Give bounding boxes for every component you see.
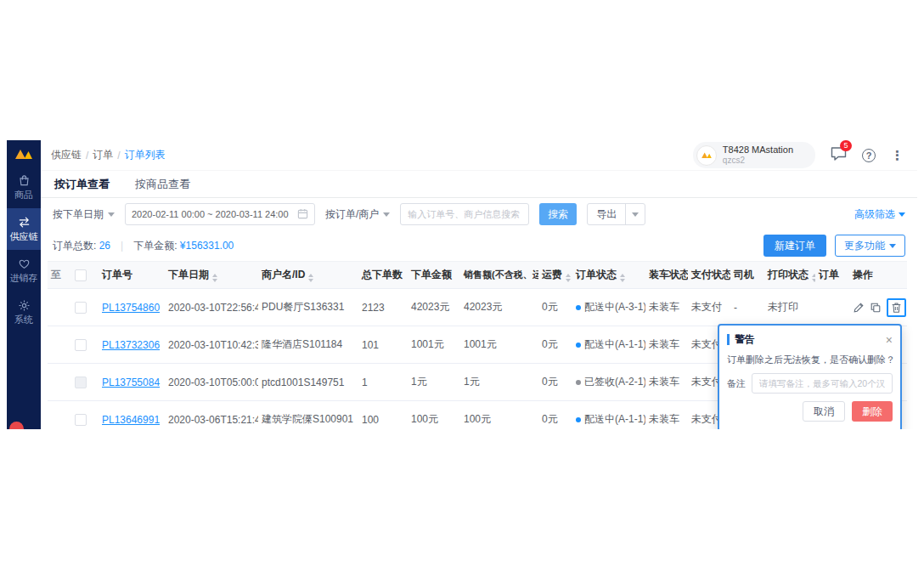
app-logo[interactable] [14,148,34,160]
order-amount-cell: 100元 [408,401,460,430]
more-menu-button[interactable]: ⋮ [891,149,904,161]
status-dot [576,417,581,422]
date-range-picker[interactable]: 2020-02-11 00:00 ~ 2020-03-11 24:00 [125,203,315,225]
avatar-logo-icon [701,151,713,159]
breadcrumb-supply-chain[interactable]: 供应链 [51,148,82,162]
delete-confirm-dialog: 警告 × 订单删除之后无法恢复，是否确认删除？ 备注 取消 删除 [718,324,902,429]
loading-status-cell: 未装车 [645,326,688,364]
delete-trash-icon[interactable] [887,298,906,317]
column-total-count: 总下单数 [358,262,408,289]
sales-amount-cell: 42023元 [460,289,538,326]
status-dot [576,305,581,310]
summary-bar: 订单总数: 26 | 下单金额: ¥156331.00 新建订单 更多功能 [41,230,917,261]
row-checkbox[interactable] [75,339,87,351]
row-checkbox[interactable] [75,377,87,388]
shipping-fee-cell: 0元 [538,326,572,364]
row-checkbox[interactable] [75,414,87,426]
order-date-cell: 2020-03-06T15:21:42 [165,401,258,430]
column-expand: 至 [48,262,71,289]
chevron-down-icon [108,212,115,217]
order-total-value: 26 [99,240,110,252]
cancel-button[interactable]: 取消 [803,401,845,422]
order-number-link[interactable]: PL13755084 [102,377,160,388]
sort-icon [620,274,625,282]
search-type-select[interactable]: 按订单/商户 [325,207,390,222]
order-amount-cell: 1001元 [408,326,460,364]
driver-cell: - [730,289,764,326]
select-all-checkbox[interactable] [75,269,87,281]
column-order-no: 订单号 [99,262,165,289]
column-order-date[interactable]: 下单日期 [165,262,258,289]
column-merchant[interactable]: 商户名/ID [258,262,358,289]
sort-icon [308,274,313,282]
column-shipping-fee[interactable]: 运费 [538,262,572,289]
help-button[interactable]: ? [862,149,876,162]
column-order-status[interactable]: 订单状态 [572,262,645,289]
order-date-cell: 2020-03-10T10:42:36 [165,326,258,364]
delete-button[interactable]: 删除 [852,401,893,422]
row-checkbox[interactable] [75,302,87,314]
export-button[interactable]: 导出 [587,203,645,225]
header-right: T8428 MAstation qzcs2 5 ? ⋮ [693,142,904,169]
tab-by-product[interactable]: 按商品查看 [135,177,190,192]
order-status-cell: 配送中(A-1-1) [572,401,645,430]
column-select-all [71,262,99,289]
user-name: T8428 MAstation [723,144,793,156]
order-amount-value: ¥156331.00 [180,240,234,252]
calendar-icon [297,208,308,221]
order-management-app: 商品 供应链 进销存 系统 供应链 / 订 [7,140,917,429]
copy-icon[interactable] [870,302,882,314]
status-text: 配送中(A-3-1) [584,300,645,314]
advanced-filter-link[interactable]: 高级筛选 [854,207,905,222]
shipping-fee-cell: 0元 [538,401,572,430]
column-order-amount: 下单金额 [408,262,460,289]
order-amount-label: 下单金额: [133,239,177,253]
sidebar-item-inventory[interactable]: 进销存 [7,250,41,292]
sidebar-item-products[interactable]: 商品 [7,167,41,208]
order-number-link[interactable]: PL13732306 [102,339,160,351]
more-functions-button[interactable]: 更多功能 [835,235,905,257]
sidebar-item-system[interactable]: 系统 [7,292,41,333]
new-order-button[interactable]: 新建订单 [763,235,826,257]
edit-icon[interactable] [853,302,865,314]
remark-input[interactable] [752,373,893,394]
sidebar-item-label: 供应链 [10,232,38,241]
tab-by-order[interactable]: 按订单查看 [54,177,110,192]
merchant-cell: 隆华酒店S101184 [258,326,358,364]
loading-status-cell: 未装车 [645,289,688,326]
remark-row: 备注 [727,373,893,394]
dialog-footer: 取消 删除 [727,401,893,422]
remark-label: 备注 [727,377,746,390]
date-type-select[interactable]: 按下单日期 [53,207,115,222]
search-input[interactable] [400,203,529,225]
sidebar-item-label: 系统 [14,315,33,325]
table-row: PL13754860 2020-03-10T22:56:41 PDU餐厅S136… [48,289,907,326]
actions-cell [849,289,907,326]
order-number-link[interactable]: PL13754860 [102,302,160,314]
merchant-cell: ptcd1001S149751 [258,364,358,401]
sort-icon [566,274,571,282]
loading-status-cell: 未装车 [645,364,688,401]
sidebar-item-supply-chain[interactable]: 供应链 [7,208,41,250]
column-print-status[interactable]: 打印状态 [764,262,815,289]
export-dropdown-arrow[interactable] [626,204,645,224]
user-menu[interactable]: T8428 MAstation qzcs2 [693,142,815,169]
breadcrumb-orders[interactable]: 订单 [93,148,113,162]
chevron-down-icon [632,212,639,217]
order-number-link[interactable]: PL13646991 [102,414,160,426]
top-header: 供应链 / 订单 / 订单列表 T8428 MAstation qzcs2 [41,140,917,171]
order-source-cell [815,289,849,326]
messages-button[interactable]: 5 [831,146,847,164]
search-button[interactable]: 搜索 [539,203,577,225]
checkbox-cell [71,326,99,364]
close-icon[interactable]: × [886,334,893,346]
breadcrumb: 供应链 / 订单 / 订单列表 [51,148,166,162]
sales-amount-cell: 1001元 [460,326,538,364]
dialog-message: 订单删除之后无法恢复，是否确认删除？ [727,354,893,366]
sales-amount-cell: 1元 [460,364,538,401]
sidebar: 商品 供应链 进销存 系统 [7,140,41,429]
status-text: 配送中(A-1-1) [584,337,645,352]
breadcrumb-separator: / [86,150,88,161]
status-dot [576,343,581,348]
column-order-source: 订单 [815,262,849,289]
